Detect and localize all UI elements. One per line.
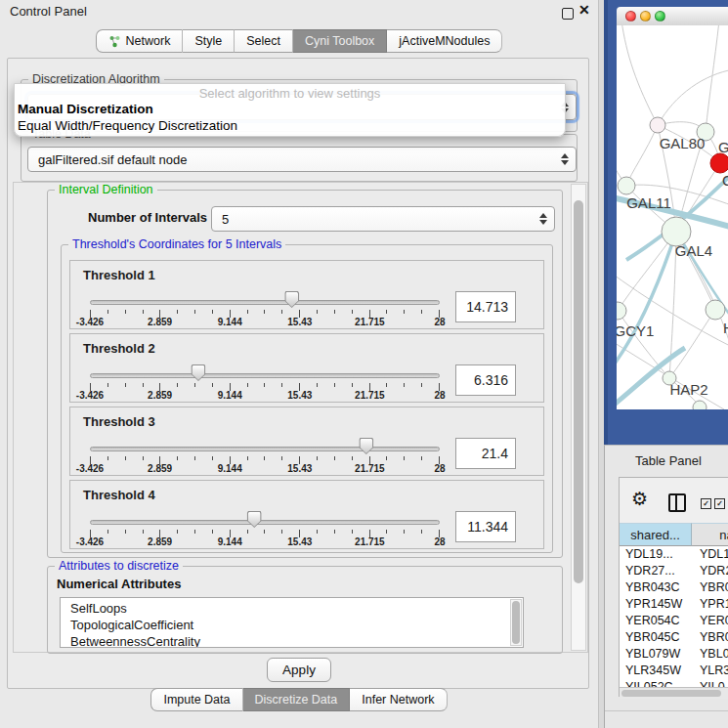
table-row[interactable]: YER054CYER0 bbox=[620, 613, 728, 629]
node-label: H bbox=[723, 320, 728, 336]
cyni-mode-tabs: Impute Data Discretize Data Infer Networ… bbox=[0, 688, 598, 711]
window-frame bbox=[604, 0, 608, 445]
network-graph: GAL80 G C GAL11 GAL4 GCY1 H HAP2 bbox=[617, 25, 728, 409]
table-row[interactable]: YLR345WYLR3 bbox=[620, 663, 728, 679]
node-label: C bbox=[722, 172, 728, 189]
node-gal80[interactable] bbox=[650, 117, 665, 133]
slider-thumb[interactable] bbox=[191, 364, 205, 381]
threshold-coordinates-group: Threshold's Coordinates for 5 Intervals … bbox=[61, 244, 553, 553]
divider bbox=[605, 710, 728, 711]
threshold-value-field[interactable]: 11.344 bbox=[455, 511, 516, 542]
network-view-window: GAL80 G C GAL11 GAL4 GCY1 H HAP2 bbox=[604, 0, 728, 445]
tab-infer-network[interactable]: Infer Network bbox=[350, 688, 447, 711]
columns-icon[interactable] bbox=[668, 493, 686, 512]
tab-select[interactable]: Select bbox=[235, 29, 293, 53]
slider-thumb[interactable] bbox=[284, 291, 299, 308]
dropdown-placeholder: Select algorithm to view settings bbox=[15, 86, 565, 101]
threshold-value-field[interactable]: 6.316 bbox=[455, 364, 516, 396]
close-icon[interactable]: ✕ bbox=[578, 2, 590, 18]
list-item[interactable]: TopologicalCoefficient bbox=[61, 617, 523, 633]
panel-title: Control Panel bbox=[10, 4, 87, 19]
tab-network[interactable]: Network bbox=[96, 29, 184, 53]
node-table: ⚙ ✓ ✓ shared... name YDL19...YDL1 YDR27.… bbox=[619, 477, 728, 697]
node-label: GCY1 bbox=[617, 322, 654, 339]
numerical-attributes-label: Numerical Attributes bbox=[57, 577, 181, 591]
column-header-shared-name[interactable]: shared... bbox=[620, 523, 692, 546]
numerical-attributes-list[interactable]: SelfLoops TopologicalCoefficient Between… bbox=[60, 597, 524, 648]
threshold-1-panel: Threshold 1 -3.426 2.859 9.144 15.43 21.… bbox=[69, 260, 544, 329]
slider-thumb[interactable] bbox=[359, 438, 373, 454]
threshold-3-panel: Threshold 3 -3.426 2.859 9.144 15.43 21.… bbox=[69, 407, 544, 476]
interval-definition-group: Interval Definition Number of Intervals … bbox=[47, 190, 563, 558]
table-panel-title: Table Panel bbox=[635, 453, 702, 468]
list-item[interactable]: SelfLoops bbox=[61, 600, 523, 617]
gear-icon[interactable]: ⚙ bbox=[631, 490, 648, 508]
slider-tick-labels: -3.426 2.859 9.144 15.43 21.715 28 bbox=[90, 536, 440, 548]
close-button[interactable] bbox=[625, 11, 636, 21]
stepper-icon bbox=[539, 213, 547, 225]
tab-discretize-data[interactable]: Discretize Data bbox=[243, 688, 351, 711]
node-gcy1[interactable] bbox=[617, 302, 626, 320]
attributes-group: Attributes to discretize Numerical Attri… bbox=[47, 566, 563, 654]
table-row[interactable]: YBR043CYBR0 bbox=[620, 579, 728, 596]
slider-tick-labels: -3.426 2.859 9.144 15.43 21.715 28 bbox=[90, 463, 440, 475]
group-title: Attributes to discretize bbox=[55, 559, 183, 573]
select-checkbox-icon[interactable]: ✓ bbox=[714, 498, 725, 509]
minimize-button[interactable] bbox=[640, 11, 651, 21]
float-window-icon[interactable] bbox=[562, 8, 574, 20]
number-of-intervals-label: Number of Intervals bbox=[88, 210, 207, 225]
node-label: GAL4 bbox=[675, 242, 712, 259]
select-all-checkbox-icon[interactable]: ✓ bbox=[701, 498, 711, 509]
tab-label: jActiveMNodules bbox=[399, 30, 490, 52]
number-of-intervals-select[interactable]: 5 bbox=[211, 206, 555, 232]
dropdown-option-manual-discretization[interactable]: Manual Discretization bbox=[18, 102, 153, 116]
table-rows: YDL19...YDL1 YDR27...YDR2 YBR043CYBR0 YP… bbox=[620, 546, 728, 687]
tab-label: Infer Network bbox=[362, 689, 434, 710]
tab-style[interactable]: Style bbox=[183, 29, 235, 53]
table-row[interactable]: YPR145WYPR1 bbox=[620, 596, 728, 613]
table-row[interactable]: YIL052CYIL0 bbox=[620, 679, 728, 687]
tab-label: Network bbox=[126, 30, 171, 52]
node-label: GAL80 bbox=[660, 135, 706, 151]
tab-cyni-toolbox[interactable]: Cyni Toolbox bbox=[293, 29, 387, 53]
tab-label: Select bbox=[246, 30, 280, 52]
table-row[interactable]: YBR045CYBR0 bbox=[620, 629, 728, 646]
control-panel-window: Control Panel ✕ Network Style Select Cyn… bbox=[0, 0, 599, 728]
tab-label: Cyni Toolbox bbox=[305, 30, 374, 52]
node-bottom-cut[interactable] bbox=[693, 401, 707, 409]
node-label: G bbox=[718, 139, 728, 155]
network-window-titlebar[interactable] bbox=[617, 7, 728, 26]
column-header-name[interactable]: name bbox=[692, 523, 728, 546]
node-cut-right[interactable] bbox=[706, 300, 725, 320]
node-label: HAP2 bbox=[669, 381, 707, 398]
list-scrollbar[interactable] bbox=[510, 599, 522, 646]
threshold-label: Threshold 4 bbox=[83, 488, 155, 502]
dropdown-option-equal-width-frequency[interactable]: Equal Width/Frequency Discretization bbox=[18, 118, 237, 133]
threshold-label: Threshold 3 bbox=[83, 414, 155, 429]
tab-impute-data[interactable]: Impute Data bbox=[150, 688, 242, 711]
table-header: shared... name bbox=[620, 523, 728, 546]
horizontal-scrollbar[interactable] bbox=[620, 687, 728, 699]
table-row[interactable]: YDL19...YDL1 bbox=[620, 546, 728, 563]
tab-jactivemnodules[interactable]: jActiveMNodules bbox=[387, 29, 502, 53]
tab-label: Impute Data bbox=[163, 689, 230, 710]
apply-button[interactable]: Apply bbox=[267, 658, 331, 682]
table-data-select[interactable]: galFiltered.sif default node bbox=[27, 147, 577, 172]
table-row[interactable]: YDR27...YDR2 bbox=[620, 563, 728, 579]
list-item[interactable]: BetweennessCentrality bbox=[61, 633, 523, 648]
threshold-value-field[interactable]: 21.4 bbox=[455, 438, 516, 469]
threshold-4-panel: Threshold 4 -3.426 2.859 9.144 15.43 21.… bbox=[69, 480, 544, 549]
tab-label: Style bbox=[194, 30, 222, 52]
node-selected-red[interactable] bbox=[710, 153, 728, 173]
vertical-scrollbar[interactable] bbox=[571, 184, 586, 651]
slider-tick-labels: -3.426 2.859 9.144 15.43 21.715 28 bbox=[90, 317, 440, 328]
stepper-icon bbox=[561, 153, 569, 165]
intervals-value: 5 bbox=[222, 212, 229, 227]
threshold-value-field[interactable]: 14.713 bbox=[455, 291, 516, 322]
network-canvas[interactable]: GAL80 G C GAL11 GAL4 GCY1 H HAP2 bbox=[617, 25, 728, 409]
toolbox-tabs: Network Style Select Cyni Toolbox jActiv… bbox=[0, 29, 598, 53]
node-gal11[interactable] bbox=[618, 177, 635, 194]
zoom-button[interactable] bbox=[655, 11, 665, 21]
slider-thumb[interactable] bbox=[247, 511, 262, 528]
table-row[interactable]: YBL079WYBL0 bbox=[620, 646, 728, 663]
